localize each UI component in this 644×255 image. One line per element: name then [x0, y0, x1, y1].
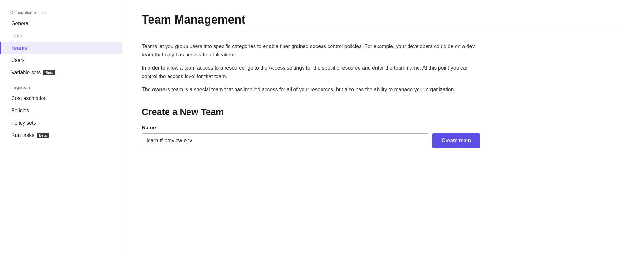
description-3: The owners team is a special team that h…	[142, 86, 625, 94]
sidebar-item-teams[interactable]: Teams	[0, 42, 122, 54]
create-team-button[interactable]: Create team	[432, 133, 480, 148]
sidebar-item-general[interactable]: General	[0, 17, 122, 30]
integrations-section-label: Integrations	[0, 85, 122, 90]
sidebar-item-variable-sets[interactable]: Variable sets Beta	[0, 66, 122, 79]
org-settings-section-label: Organization settings	[0, 10, 122, 15]
description-text-1: Teams let you group users into specific …	[142, 42, 480, 59]
sidebar-item-label: Policies	[11, 108, 29, 114]
sidebar-item-users[interactable]: Users	[0, 54, 122, 66]
description-2: In order to allow a team access to a res…	[142, 64, 625, 80]
sidebar: Organization settings General Tags Teams…	[0, 0, 122, 255]
name-label: Name	[142, 125, 625, 131]
sidebar-item-label: Cost estimation	[11, 96, 47, 101]
sidebar-item-label: Variable sets	[11, 70, 41, 76]
description-3-bold: owners	[152, 87, 170, 92]
sidebar-item-label: Users	[11, 57, 25, 63]
sidebar-item-tags[interactable]: Tags	[0, 30, 122, 42]
team-name-input[interactable]	[142, 133, 428, 148]
sidebar-item-policy-sets[interactable]: Policy sets	[0, 117, 122, 129]
description-3-pre: The	[142, 87, 152, 92]
description-1: Teams let you group users into specific …	[142, 42, 625, 59]
description-text-2: In order to allow a team access to a res…	[142, 64, 480, 80]
variable-sets-beta-badge: Beta	[43, 70, 55, 75]
sidebar-item-label: General	[11, 21, 30, 26]
page-title: Team Management	[142, 13, 625, 26]
create-section-title: Create a New Team	[142, 107, 625, 117]
create-team-form-row: Create team	[142, 133, 480, 148]
description-3-post: team is a special team that has implied …	[170, 87, 455, 92]
sidebar-item-label: Policy sets	[11, 120, 36, 126]
sidebar-item-label: Teams	[11, 45, 27, 51]
sidebar-item-label: Tags	[11, 33, 22, 39]
run-tasks-beta-badge: Beta	[37, 133, 49, 138]
sidebar-divider	[0, 79, 122, 85]
sidebar-item-run-tasks[interactable]: Run tasks Beta	[0, 129, 122, 141]
sidebar-item-cost-estimation[interactable]: Cost estimation	[0, 92, 122, 105]
main-content: Team Management Teams let you group user…	[122, 0, 644, 255]
sidebar-item-label: Run tasks	[11, 132, 34, 138]
description-text-3: The owners team is a special team that h…	[142, 86, 480, 94]
title-divider	[142, 33, 625, 33]
sidebar-item-policies[interactable]: Policies	[0, 105, 122, 117]
